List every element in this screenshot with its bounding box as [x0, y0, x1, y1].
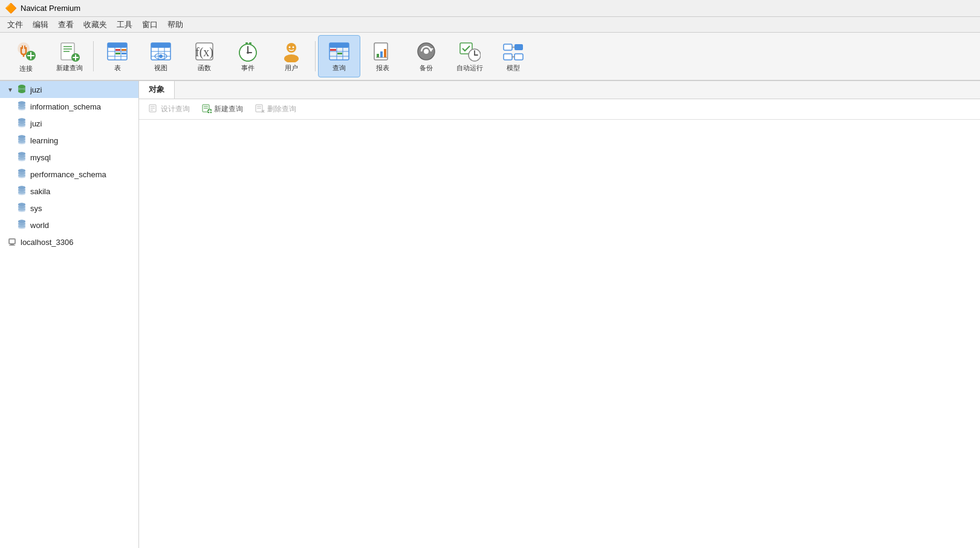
user-label: 用户: [285, 64, 298, 73]
svg-rect-109: [9, 245, 15, 246]
model-label: 模型: [507, 64, 520, 73]
svg-rect-21: [122, 49, 126, 51]
connect-button[interactable]: 连接: [5, 35, 47, 77]
model-button[interactable]: 模型: [492, 35, 534, 77]
backup-icon: [415, 41, 437, 62]
sidebar-item-juzi-connection[interactable]: ▼ juzi: [0, 81, 138, 98]
db-icon-juzi: [17, 118, 27, 129]
svg-rect-20: [115, 49, 120, 51]
sidebar-item-localhost[interactable]: localhost_3306: [0, 233, 138, 250]
app-icon: 🔶: [5, 2, 17, 14]
view-label: 视图: [154, 64, 167, 73]
new-query-small-icon: [202, 103, 212, 115]
sidebar-item-performance-schema[interactable]: performance_schema: [0, 166, 138, 183]
autorun-button[interactable]: 自动运行: [449, 35, 491, 77]
view-button[interactable]: 视图: [140, 35, 182, 77]
menu-tools[interactable]: 工具: [112, 18, 137, 31]
user-button[interactable]: 用户: [270, 35, 313, 77]
svg-rect-52: [337, 53, 342, 54]
sidebar-item-mysql[interactable]: mysql: [0, 149, 138, 166]
report-label: 报表: [376, 64, 389, 73]
delete-query-button[interactable]: 删除查询: [250, 102, 301, 116]
svg-rect-55: [380, 51, 383, 57]
db-label-sys: sys: [30, 204, 42, 213]
design-query-label: 设计查询: [161, 104, 190, 114]
new-query-small-button[interactable]: 新建查询: [197, 102, 248, 116]
event-label: 事件: [241, 64, 255, 73]
svg-rect-22: [115, 53, 120, 54]
table-button[interactable]: 表: [96, 35, 138, 77]
svg-point-73: [18, 90, 25, 93]
report-icon: [372, 41, 394, 62]
svg-point-85: [18, 140, 25, 143]
menu-help[interactable]: 帮助: [163, 18, 188, 31]
localhost-icon: [7, 236, 17, 248]
svg-point-81: [18, 123, 25, 126]
svg-point-31: [159, 54, 163, 58]
svg-rect-56: [384, 49, 386, 57]
title-bar: 🔶 Navicat Premium: [0, 0, 980, 17]
svg-rect-15: [108, 43, 127, 48]
db-label-learning: learning: [30, 136, 58, 145]
sidebar-item-juzi[interactable]: juzi: [0, 115, 138, 132]
svg-point-77: [18, 106, 25, 109]
menu-edit[interactable]: 编辑: [28, 18, 53, 31]
autorun-label: 自动运行: [456, 64, 483, 73]
menu-window[interactable]: 窗口: [137, 18, 163, 31]
db-label-information-schema: information_schema: [30, 102, 101, 111]
report-button[interactable]: 报表: [362, 35, 404, 77]
query-button[interactable]: 查询: [318, 35, 360, 77]
menu-file[interactable]: 文件: [2, 18, 28, 31]
event-button[interactable]: 事件: [227, 35, 269, 77]
menu-view[interactable]: 查看: [53, 18, 79, 31]
new-query-button[interactable]: 新建查询: [48, 35, 91, 77]
backup-button[interactable]: 备份: [405, 35, 447, 77]
tab-object[interactable]: 对象: [139, 81, 175, 99]
svg-point-43: [289, 46, 291, 48]
sidebar-item-world[interactable]: world: [0, 217, 138, 233]
db-label-mysql: mysql: [30, 153, 51, 162]
svg-point-93: [18, 174, 25, 177]
svg-rect-51: [330, 49, 336, 51]
db-label-juzi: juzi: [30, 119, 42, 128]
menu-favorites[interactable]: 收藏夹: [79, 18, 112, 31]
svg-point-41: [287, 43, 296, 53]
query-label: 查询: [333, 64, 346, 73]
sidebar: ▼ juzi information_s: [0, 81, 139, 548]
db-icon-information-schema: [17, 101, 27, 113]
table-icon: [106, 41, 128, 62]
juzi-connection-label: juzi: [30, 85, 42, 94]
svg-rect-40: [249, 42, 251, 44]
function-label: 函数: [198, 64, 211, 73]
sidebar-item-sakila[interactable]: sakila: [0, 183, 138, 200]
svg-rect-54: [377, 54, 379, 57]
new-query-small-label: 新建查询: [214, 104, 243, 114]
svg-point-38: [247, 51, 249, 54]
db-icon-sys: [17, 203, 27, 214]
toolbar-sep-2: [315, 41, 316, 71]
sidebar-item-learning[interactable]: learning: [0, 132, 138, 149]
connect-label: 连接: [19, 64, 33, 73]
localhost-label: localhost_3306: [21, 238, 73, 247]
content-area: 对象 设计查询: [139, 81, 980, 548]
svg-rect-67: [504, 54, 512, 60]
svg-rect-66: [514, 44, 523, 50]
svg-text:f(x): f(x): [195, 45, 213, 59]
svg-point-97: [18, 191, 25, 194]
function-button[interactable]: f(x) 函数: [183, 35, 226, 77]
new-query-label: 新建查询: [56, 64, 83, 73]
delete-query-icon: [255, 103, 265, 115]
sidebar-item-information-schema[interactable]: information_schema: [0, 98, 138, 115]
svg-point-101: [18, 207, 25, 210]
autorun-icon: [459, 41, 481, 62]
svg-rect-46: [329, 43, 349, 48]
db-label-performance-schema: performance_schema: [30, 170, 106, 179]
svg-rect-25: [151, 43, 170, 48]
db-icon-learning: [17, 135, 27, 146]
delete-query-label: 删除查询: [267, 104, 296, 114]
backup-label: 备份: [420, 64, 433, 73]
content-tabs: 对象: [139, 81, 980, 99]
event-icon: [237, 41, 259, 62]
design-query-button[interactable]: 设计查询: [144, 102, 195, 116]
sidebar-item-sys[interactable]: sys: [0, 200, 138, 217]
